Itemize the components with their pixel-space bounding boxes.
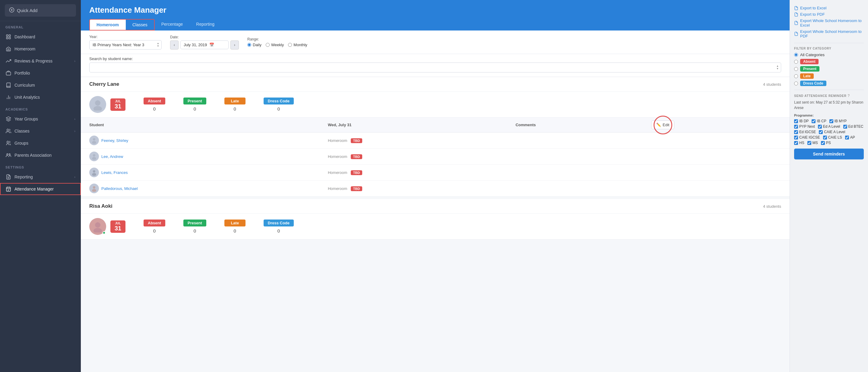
sidebar-item-year-groups[interactable]: Year Groups › xyxy=(0,113,81,125)
users-icon xyxy=(5,128,11,134)
sidebar-item-portfolio[interactable]: Portfolio xyxy=(0,67,81,79)
sidebar-item-parents-association[interactable]: Parents Association xyxy=(0,149,81,161)
student-avatar xyxy=(89,168,99,177)
risa-aoki-name: Risa Aoki xyxy=(89,203,113,209)
sidebar-item-reporting[interactable]: Reporting › xyxy=(0,171,81,183)
search-row: Search by student name: ▲ ▼ xyxy=(81,54,789,77)
prog-ib-cp[interactable]: IB CP xyxy=(812,119,826,123)
sidebar-item-unit-analytics[interactable]: Unit Analytics xyxy=(0,91,81,103)
tab-classes[interactable]: Classes xyxy=(126,20,154,30)
prog-ed-a-level[interactable]: Ed A Level xyxy=(818,124,840,128)
filter-late[interactable]: Late xyxy=(794,74,864,79)
sidebar-item-dashboard[interactable]: Dashboard xyxy=(0,31,81,43)
page-header: Attendance Manager Homeroom Classes Perc… xyxy=(81,0,789,30)
present-radio[interactable] xyxy=(794,67,798,71)
sidebar-item-homeroom[interactable]: Homeroom xyxy=(0,43,81,55)
range-daily[interactable]: Daily xyxy=(247,42,261,47)
sidebar-item-classes[interactable]: Classes › xyxy=(0,125,81,137)
group-cherry-lane: Cherry Lane 4 students xyxy=(81,77,789,197)
filter-dresscode[interactable]: Dress Code xyxy=(794,81,864,86)
prog-ib-myp[interactable]: IB MYP xyxy=(829,119,847,123)
year-select[interactable]: IB Primary Years Next: Year 3 xyxy=(89,40,162,50)
svg-point-12 xyxy=(7,129,9,131)
student-name-link[interactable]: Feeney, Shirley xyxy=(101,138,128,143)
prog-ms[interactable]: MS xyxy=(807,141,818,145)
cherry-lane-avatar xyxy=(89,96,106,113)
student-name-link[interactable]: Palledorous, Michael xyxy=(101,186,138,191)
sidebar-item-groups[interactable]: Groups xyxy=(0,137,81,149)
prog-ed-igcse[interactable]: Ed IGCSE xyxy=(794,130,816,134)
calendar-icon[interactable]: 📅 xyxy=(209,42,214,47)
filter-absent[interactable]: Absent xyxy=(794,59,864,64)
sidebar-item-curriculum[interactable]: Curriculum xyxy=(0,79,81,91)
prog-caie-ls[interactable]: CAIE LS xyxy=(823,135,842,140)
prog-hs[interactable]: HS xyxy=(794,141,804,145)
student-comments xyxy=(507,180,643,197)
stat-dresscode: Dress Code 0 xyxy=(264,97,294,111)
cherry-lane-stats-row: JUL 31 Absent 0 Present 0 xyxy=(81,92,789,117)
search-input[interactable] xyxy=(89,62,781,73)
quick-add-label: Quick Add xyxy=(17,8,37,13)
online-indicator xyxy=(102,231,105,234)
edit-button[interactable]: ✏️ Edit xyxy=(651,120,674,129)
sidebar-curriculum-label: Curriculum xyxy=(14,83,35,88)
range-monthly[interactable]: Monthly xyxy=(288,42,307,47)
export-school-excel-link[interactable]: Export Whole School Homeroom to Excel xyxy=(794,18,864,28)
prog-ap[interactable]: AP xyxy=(845,135,855,140)
filter-all-categories[interactable]: All Categories xyxy=(794,53,864,57)
prog-ps[interactable]: PS xyxy=(821,141,831,145)
daily-radio[interactable] xyxy=(247,43,251,47)
range-weekly[interactable]: Weekly xyxy=(266,42,284,47)
col-student: Student xyxy=(81,117,319,133)
send-reminders-button[interactable]: Send reminders xyxy=(794,148,864,160)
export-school-pdf-link[interactable]: Export Whole School Homeroom to PDF xyxy=(794,28,864,39)
student-name-link[interactable]: Lewis, Frances xyxy=(101,170,128,175)
date-value: July 31, 2019 xyxy=(184,42,207,47)
prog-caie-a-level[interactable]: CAIE A Level xyxy=(819,130,845,134)
student-cell: Feeney, Shirley xyxy=(81,133,319,148)
prog-ed-btec[interactable]: Ed BTEC xyxy=(843,124,864,128)
date-badge-day: 31 xyxy=(114,103,122,110)
dresscode-badge: Dress Code xyxy=(264,97,294,105)
filter-present[interactable]: Present xyxy=(794,66,864,71)
file-school-pdf-icon xyxy=(794,32,798,36)
tab-percentage[interactable]: Percentage xyxy=(155,19,190,30)
file-pdf-icon xyxy=(794,12,798,17)
plus-circle-icon xyxy=(9,7,14,13)
absent-radio[interactable] xyxy=(794,60,798,64)
tabs-row: Homeroom Classes Percentage Reporting xyxy=(89,19,781,30)
late-radio[interactable] xyxy=(794,74,798,78)
prog-caie-igcse[interactable]: CAIE IGCSE xyxy=(794,135,820,140)
page-title: Attendance Manager xyxy=(89,5,781,15)
late-badge: Late xyxy=(224,97,246,105)
export-excel-link[interactable]: Export to Excel xyxy=(794,5,864,11)
late-badge-2: Late xyxy=(224,220,246,226)
quick-add-button[interactable]: Quick Add xyxy=(5,4,76,17)
tab-group-box: Homeroom Classes xyxy=(89,19,155,30)
monthly-radio[interactable] xyxy=(288,43,292,47)
prog-pyp-next[interactable]: PYP Next xyxy=(794,124,815,128)
risa-aoki-avatar-wrap xyxy=(89,218,106,235)
tab-homeroom[interactable]: Homeroom xyxy=(90,20,126,30)
cherry-lane-header: Cherry Lane 4 students xyxy=(81,77,789,92)
svg-rect-5 xyxy=(6,37,8,39)
export-pdf-link[interactable]: Export to PDF xyxy=(794,11,864,18)
weekly-radio[interactable] xyxy=(266,43,270,47)
date-next-button[interactable]: › xyxy=(230,40,239,50)
all-categories-radio[interactable] xyxy=(794,53,798,57)
search-input-wrap: ▲ ▼ xyxy=(89,62,781,73)
export-excel-label: Export to Excel xyxy=(800,6,826,10)
weekly-label: Weekly xyxy=(271,42,284,47)
content-scroll[interactable]: Cherry Lane 4 students xyxy=(81,77,789,372)
date-prev-button[interactable]: ‹ xyxy=(170,40,179,50)
tab-reporting[interactable]: Reporting xyxy=(189,19,221,30)
down-arrow: ▼ xyxy=(776,68,779,70)
prog-ib-dp[interactable]: IB DP xyxy=(794,119,809,123)
range-radio-group: Daily Weekly Monthly xyxy=(247,42,307,47)
dresscode-radio[interactable] xyxy=(794,82,798,85)
table-row: Palledorous, Michael Homeroom TBD xyxy=(81,180,789,197)
help-icon[interactable]: ? xyxy=(847,94,850,98)
sidebar-item-attendance-manager[interactable]: Attendance Manager xyxy=(0,183,81,195)
student-name-link[interactable]: Lee, Andrew xyxy=(101,154,123,159)
sidebar-item-reviews-progress[interactable]: Reviews & Progress › xyxy=(0,55,81,67)
